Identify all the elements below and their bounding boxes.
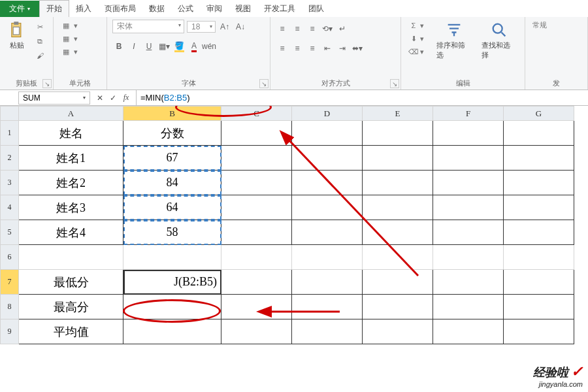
name-box[interactable]: SUM <box>18 91 90 105</box>
copy-button[interactable]: ⧉ <box>33 35 47 47</box>
tab-view[interactable]: 视图 <box>229 1 257 17</box>
clear-button[interactable]: ⌫▾ <box>406 46 426 57</box>
cell-e8[interactable] <box>363 295 433 319</box>
autosum-button[interactable]: Σ▾ <box>406 20 426 31</box>
tab-formulas[interactable]: 公式 <box>171 1 200 17</box>
insert-function-button[interactable]: fx <box>120 92 132 104</box>
cell-e4[interactable] <box>363 195 433 220</box>
sort-filter-button[interactable]: 排序和筛选 <box>434 20 475 61</box>
cell-b7[interactable]: J(B2:B5) <box>123 270 221 295</box>
cell-d6[interactable] <box>292 245 363 270</box>
underline-button[interactable]: U <box>142 40 155 53</box>
col-header-e[interactable]: E <box>363 106 433 121</box>
cell-d9[interactable] <box>292 319 363 344</box>
cell-d2[interactable] <box>292 146 363 171</box>
alignment-launcher[interactable]: ↘ <box>390 79 399 88</box>
cell-g3[interactable] <box>504 171 574 195</box>
find-select-button[interactable]: 查找和选择 <box>479 20 520 61</box>
cell-f8[interactable] <box>433 295 504 319</box>
increase-indent-button[interactable]: ⇥ <box>336 42 349 55</box>
col-header-b[interactable]: B <box>123 106 221 121</box>
cell-d4[interactable] <box>292 195 363 220</box>
row-header-9[interactable]: 9 <box>1 319 19 344</box>
align-left-button[interactable]: ≡ <box>276 42 289 55</box>
tab-team[interactable]: 团队 <box>302 1 331 17</box>
cell-e5[interactable] <box>363 220 433 245</box>
align-center-button[interactable]: ≡ <box>291 42 304 55</box>
tab-insert[interactable]: 插入 <box>69 1 98 17</box>
cell-e6[interactable] <box>363 245 433 270</box>
decrease-indent-button[interactable]: ⇤ <box>321 42 334 55</box>
cell-c1[interactable] <box>221 121 292 146</box>
row-header-2[interactable]: 2 <box>1 146 19 171</box>
align-right-button[interactable]: ≡ <box>306 42 319 55</box>
row-header-1[interactable]: 1 <box>1 121 19 146</box>
col-header-d[interactable]: D <box>292 106 363 121</box>
cell-g1[interactable] <box>504 121 574 146</box>
cell-g9[interactable] <box>504 319 574 344</box>
font-name-select[interactable]: 宋体 <box>112 20 184 33</box>
cells-format-button[interactable]: ▦ ▾ <box>59 46 80 57</box>
phonetic-button[interactable]: wén <box>203 40 216 53</box>
font-size-select[interactable]: 18 <box>187 21 216 33</box>
cell-b5[interactable]: 58 <box>123 220 221 245</box>
row-header-4[interactable]: 4 <box>1 195 19 220</box>
tab-data[interactable]: 数据 <box>142 1 171 17</box>
formula-input[interactable]: =MIN(B2:B5) <box>136 90 588 105</box>
cell-a3[interactable]: 姓名2 <box>19 171 123 195</box>
cell-a1[interactable]: 姓名 <box>19 121 123 146</box>
cell-g6[interactable] <box>504 245 574 270</box>
cell-d3[interactable] <box>292 171 363 195</box>
cell-f4[interactable] <box>433 195 504 220</box>
tab-home[interactable]: 开始 <box>39 0 69 17</box>
decrease-font-button[interactable]: A↓ <box>234 20 247 33</box>
enter-formula-button[interactable]: ✓ <box>107 92 119 104</box>
format-painter-button[interactable]: 🖌 <box>33 50 47 61</box>
cell-a9[interactable]: 平均值 <box>19 319 123 344</box>
cell-d5[interactable] <box>292 220 363 245</box>
cell-c6[interactable] <box>221 245 292 270</box>
cells-delete-button[interactable]: ▦ ▾ <box>59 33 80 44</box>
tab-file[interactable]: 文件 <box>0 1 39 17</box>
cell-a2[interactable]: 姓名1 <box>19 146 123 171</box>
cell-a6[interactable] <box>19 245 123 270</box>
row-header-8[interactable]: 8 <box>1 295 19 319</box>
cell-g2[interactable] <box>504 146 574 171</box>
col-header-c[interactable]: C <box>221 106 292 121</box>
row-header-3[interactable]: 3 <box>1 171 19 195</box>
cell-b8[interactable] <box>123 295 221 319</box>
cell-b1[interactable]: 分数 <box>123 121 221 146</box>
tab-developer[interactable]: 开发工具 <box>257 1 302 17</box>
row-header-7[interactable]: 7 <box>1 270 19 295</box>
paste-button[interactable]: 粘贴 <box>5 20 29 52</box>
row-header-5[interactable]: 5 <box>1 220 19 245</box>
font-launcher[interactable]: ↘ <box>259 79 269 88</box>
wrap-text-button[interactable]: ↵ <box>336 22 349 35</box>
align-bottom-button[interactable]: ≡ <box>306 22 319 35</box>
cell-a7[interactable]: 最低分 <box>19 270 123 295</box>
cell-b6[interactable] <box>123 245 221 270</box>
cell-c9[interactable] <box>221 319 292 344</box>
cell-g8[interactable] <box>504 295 574 319</box>
clipboard-launcher[interactable]: ↘ <box>42 79 52 88</box>
cell-e3[interactable] <box>363 171 433 195</box>
cell-b4[interactable]: 64 <box>123 195 221 220</box>
cell-f3[interactable] <box>433 171 504 195</box>
cancel-formula-button[interactable]: ✕ <box>94 92 106 104</box>
number-format-select[interactable]: 常规 <box>531 20 549 31</box>
align-top-button[interactable]: ≡ <box>276 22 289 35</box>
cells-insert-button[interactable]: ▦ ▾ <box>59 20 80 31</box>
cell-b2[interactable]: 67 <box>123 146 221 171</box>
cell-e2[interactable] <box>363 146 433 171</box>
cell-f7[interactable] <box>433 270 504 295</box>
italic-button[interactable]: I <box>127 40 140 53</box>
increase-font-button[interactable]: A↑ <box>218 20 231 33</box>
fill-button[interactable]: ⬇▾ <box>406 33 426 44</box>
cut-button[interactable]: ✂ <box>33 21 47 33</box>
cell-c8[interactable] <box>221 295 292 319</box>
cell-d1[interactable] <box>292 121 363 146</box>
bold-button[interactable]: B <box>112 40 125 53</box>
cell-b9[interactable] <box>123 319 221 344</box>
cell-e1[interactable] <box>363 121 433 146</box>
cell-f1[interactable] <box>433 121 504 146</box>
